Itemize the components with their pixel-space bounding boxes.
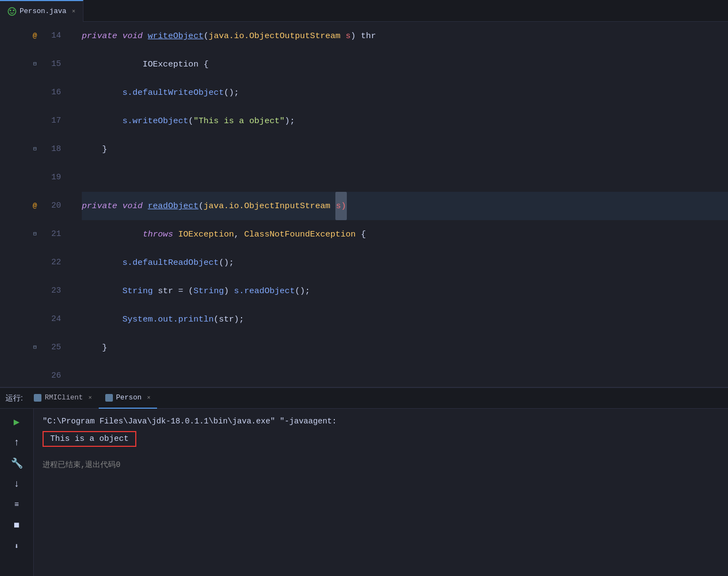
svg-point-0 (8, 8, 16, 15)
gutter-line-15: ⊟ 15 (0, 50, 65, 78)
gutter-empty-24 (29, 314, 40, 325)
line-gutter: @ 14 ⊟ 15 16 17 ⊟ 18 19 @ 20 (0, 22, 71, 387)
gutter-line-18: ⊟ 18 (0, 135, 65, 163)
run-tabs-bar: 运行: RMIClient × Person × (0, 388, 728, 409)
run-toolbar: ▶ ↑ 🔧 ↓ ≡ ■ ⬇ (0, 409, 34, 576)
settings-button[interactable]: 🔧 (8, 454, 26, 472)
code-line-19 (82, 163, 728, 192)
fold-icon-25: ⊟ (29, 342, 40, 353)
code-line-17: s.writeObject("This is a object"); (82, 107, 728, 135)
gutter-empty-19 (29, 172, 40, 183)
run-button[interactable]: ▶ (8, 413, 26, 431)
run-tab-rmiclient[interactable]: RMIClient × (27, 388, 99, 409)
code-line-22: s.defaultReadObject(); (82, 248, 728, 277)
fold-icon-15: ⊟ (29, 59, 40, 70)
gutter-empty-22 (29, 257, 40, 268)
run-tab-person[interactable]: Person × (99, 388, 157, 409)
code-line-15: IOException { (82, 50, 728, 78)
download-button[interactable]: ⬇ (8, 537, 26, 555)
tab-person-java[interactable]: Person.java × (0, 0, 83, 22)
run-tab-icon-person (105, 394, 113, 402)
annotation-icon-14: @ (29, 31, 40, 41)
rerun-button[interactable]: ≡ (8, 496, 26, 513)
editor-area: @ 14 ⊟ 15 16 17 ⊟ 18 19 @ 20 (0, 22, 728, 387)
scroll-up-button[interactable]: ↑ (8, 434, 26, 451)
gutter-line-20: @ 20 (0, 192, 65, 220)
annotation-icon-20: @ (29, 201, 40, 211)
gutter-line-17: 17 (0, 107, 65, 135)
svg-point-2 (13, 9, 15, 11)
stop-button[interactable]: ■ (8, 517, 26, 534)
tab-label: Person.java (20, 7, 67, 15)
code-line-18: } (82, 135, 728, 163)
gutter-line-19: 19 (0, 163, 65, 192)
code-line-21: throws IOException, ClassNotFoundExcepti… (82, 220, 728, 248)
code-line-26 (82, 362, 728, 387)
tab-bar: Person.java × (0, 0, 728, 22)
java-file-icon (8, 7, 16, 16)
run-body: ▶ ↑ 🔧 ↓ ≡ ■ ⬇ "C:\Program Files\Java\jdk… (0, 409, 728, 576)
gutter-empty-16 (29, 87, 40, 98)
svg-point-1 (10, 9, 11, 11)
code-line-14: private void writeObject(java.io.ObjectO… (82, 22, 728, 50)
tab-close-button[interactable]: × (72, 8, 76, 15)
code-editor[interactable]: private void writeObject(java.io.ObjectO… (71, 22, 728, 387)
code-line-16: s.defaultWriteObject(); (82, 78, 728, 107)
run-tab-label-rmi: RMIClient (45, 393, 83, 402)
gutter-empty-26 (29, 371, 40, 381)
gutter-empty-17 (29, 116, 40, 126)
console-cmd-line: "C:\Program Files\Java\jdk-18.0.1.1\bin\… (43, 415, 719, 428)
console-output: "C:\Program Files\Java\jdk-18.0.1.1\bin\… (34, 409, 728, 576)
scroll-down-button[interactable]: ↓ (8, 475, 26, 493)
run-tab-label-person: Person (116, 393, 142, 402)
gutter-line-16: 16 (0, 78, 65, 107)
code-line-24: System.out.println(str); (82, 305, 728, 334)
console-footer: 进程已结束,退出代码0 (43, 459, 719, 471)
run-tab-icon-rmi (34, 394, 41, 402)
gutter-line-24: 24 (0, 305, 65, 334)
gutter-line-14: @ 14 (0, 22, 65, 50)
run-tab-close-rmi[interactable]: × (88, 395, 92, 401)
gutter-line-26: 26 (0, 362, 65, 387)
console-output-highlighted: This is a object (43, 431, 136, 447)
gutter-line-25: ⊟ 25 (0, 334, 65, 362)
console-highlighted-output: This is a object (43, 428, 719, 450)
run-panel: 运行: RMIClient × Person × ▶ ↑ 🔧 ↓ ≡ ■ ⬇ "… (0, 387, 728, 576)
gutter-line-21: ⊟ 21 (0, 220, 65, 248)
gutter-line-22: 22 (0, 248, 65, 277)
fold-icon-18: ⊟ (29, 144, 40, 155)
code-line-25: } (82, 334, 728, 362)
gutter-empty-23 (29, 286, 40, 296)
run-label: 运行: (5, 393, 23, 403)
fold-icon-21: ⊟ (29, 229, 40, 240)
run-tab-close-person[interactable]: × (147, 395, 151, 401)
code-line-23: String str = (String) s.readObject(); (82, 277, 728, 305)
code-line-20: private void readObject(java.io.ObjectIn… (82, 192, 728, 220)
gutter-line-23: 23 (0, 277, 65, 305)
